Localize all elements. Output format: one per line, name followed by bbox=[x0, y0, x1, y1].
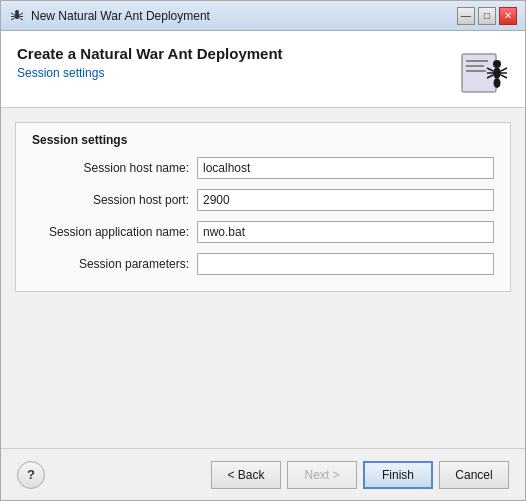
maximize-button[interactable]: □ bbox=[478, 7, 496, 25]
close-button[interactable]: ✕ bbox=[499, 7, 517, 25]
label-host-port: Session host port: bbox=[32, 193, 197, 207]
svg-line-18 bbox=[501, 68, 507, 71]
svg-point-12 bbox=[493, 60, 501, 68]
window-title: New Natural War Ant Deployment bbox=[31, 9, 457, 23]
svg-line-4 bbox=[11, 18, 15, 20]
svg-rect-11 bbox=[466, 70, 486, 72]
page-subtitle: Session settings bbox=[17, 66, 283, 80]
form-row-host-port: Session host port: bbox=[32, 189, 494, 211]
next-button: Next > bbox=[287, 461, 357, 489]
main-window: New Natural War Ant Deployment — □ ✕ Cre… bbox=[0, 0, 526, 501]
svg-line-5 bbox=[20, 13, 24, 15]
minimize-button[interactable]: — bbox=[457, 7, 475, 25]
titlebar-controls: — □ ✕ bbox=[457, 7, 517, 25]
footer: ? < Back Next > Finish Cancel bbox=[1, 448, 525, 500]
section-title: Session settings bbox=[32, 133, 494, 147]
footer-buttons: < Back Next > Finish Cancel bbox=[211, 461, 509, 489]
titlebar: New Natural War Ant Deployment — □ ✕ bbox=[1, 1, 525, 31]
form-row-parameters: Session parameters: bbox=[32, 253, 494, 275]
svg-rect-9 bbox=[466, 60, 488, 62]
svg-point-1 bbox=[15, 13, 20, 19]
label-host-name: Session host name: bbox=[32, 161, 197, 175]
content-area: Create a Natural War Ant Deployment Sess… bbox=[1, 31, 525, 500]
main-content: Session settings Session host name: Sess… bbox=[1, 108, 525, 448]
input-parameters[interactable] bbox=[197, 253, 494, 275]
input-host-name[interactable] bbox=[197, 157, 494, 179]
page-header: Create a Natural War Ant Deployment Sess… bbox=[1, 31, 525, 108]
session-settings-box: Session settings Session host name: Sess… bbox=[15, 122, 511, 292]
svg-point-13 bbox=[493, 68, 501, 79]
label-app-name: Session application name: bbox=[32, 225, 197, 239]
titlebar-icon bbox=[9, 8, 25, 24]
header-icon bbox=[459, 45, 509, 95]
svg-line-20 bbox=[501, 75, 507, 78]
label-parameters: Session parameters: bbox=[32, 257, 197, 271]
form-row-host-name: Session host name: bbox=[32, 157, 494, 179]
form-row-app-name: Session application name: bbox=[32, 221, 494, 243]
svg-line-7 bbox=[20, 18, 24, 20]
input-host-port[interactable] bbox=[197, 189, 494, 211]
page-title: Create a Natural War Ant Deployment bbox=[17, 45, 283, 62]
svg-line-2 bbox=[11, 13, 15, 15]
svg-rect-10 bbox=[466, 65, 484, 67]
finish-button[interactable]: Finish bbox=[363, 461, 433, 489]
input-app-name[interactable] bbox=[197, 221, 494, 243]
help-button[interactable]: ? bbox=[17, 461, 45, 489]
svg-point-14 bbox=[494, 78, 501, 88]
back-button[interactable]: < Back bbox=[211, 461, 281, 489]
header-text: Create a Natural War Ant Deployment Sess… bbox=[17, 45, 283, 80]
cancel-button[interactable]: Cancel bbox=[439, 461, 509, 489]
